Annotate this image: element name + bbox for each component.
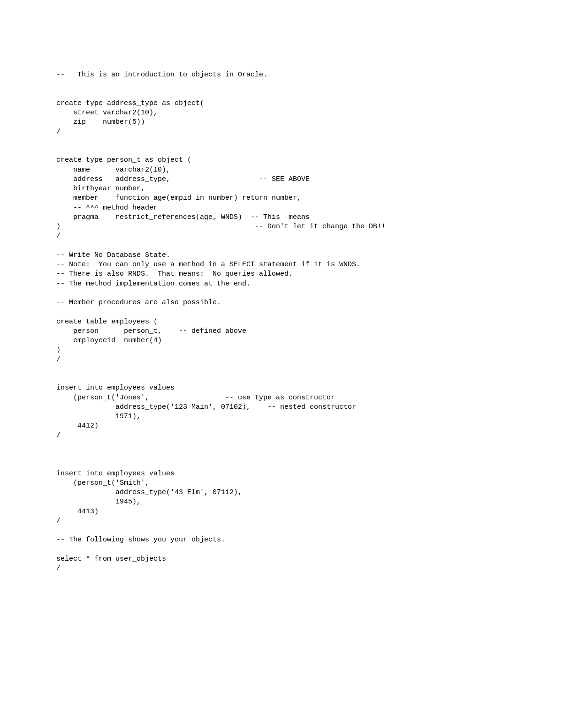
code-block: -- This is an introduction to objects in… xyxy=(0,0,563,644)
